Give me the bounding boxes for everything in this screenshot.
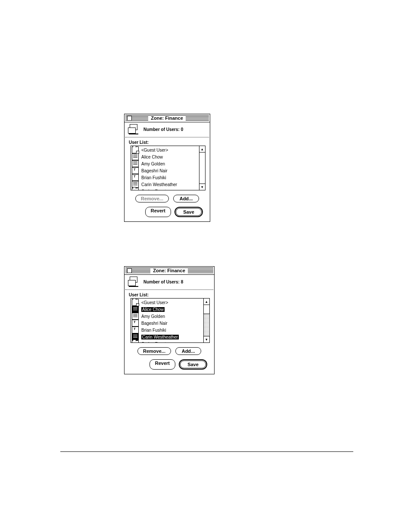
user-count-value: 8 xyxy=(181,280,184,284)
zone-icon xyxy=(128,277,140,287)
title-text-wrap: Zone: Finance xyxy=(132,115,202,121)
list-item-label: <Guest User> xyxy=(141,300,168,305)
list-item-label: Bageshri Nair xyxy=(141,168,168,173)
user-list-label: User List: xyxy=(125,137,210,146)
list-item[interactable]: Brian Fushiki xyxy=(131,327,203,333)
list-item[interactable]: Bageshri Nair xyxy=(131,320,203,327)
list-item-label: Carlos Fuentes xyxy=(141,342,171,343)
titlebar[interactable]: Zone: Finance xyxy=(125,267,214,275)
list-item[interactable]: Amy Golden xyxy=(131,313,203,320)
user-list-label: User List: xyxy=(125,290,214,298)
close-box[interactable] xyxy=(127,268,132,273)
scroll-up-button[interactable]: ▴ xyxy=(204,299,209,305)
folder-locked-icon xyxy=(132,188,139,190)
page-dark-icon xyxy=(132,306,139,313)
scroll-thumb[interactable] xyxy=(204,305,209,314)
remove-button[interactable]: Remove... xyxy=(135,195,169,202)
page-icon xyxy=(132,313,139,320)
window-buttons: Revert Save xyxy=(125,359,214,370)
user-count-line: Number of Users: 0 xyxy=(143,127,183,132)
page-t-icon xyxy=(132,320,139,327)
zone-window-2: Zone: Finance Number of Users: 8 User Li… xyxy=(124,266,215,374)
list-item[interactable]: Carlos Fuentes xyxy=(131,340,203,343)
list-item[interactable]: <Guest User> xyxy=(131,299,203,306)
list-item-label: Carin Westheather xyxy=(141,335,179,339)
save-button[interactable]: Save xyxy=(180,361,206,368)
list-item-label: Amy Golden xyxy=(141,314,165,319)
list-item[interactable]: Carlos Fuentes xyxy=(131,188,199,190)
title-text-wrap: Zone: Finance xyxy=(132,268,206,273)
user-count-label: Number of Users: xyxy=(143,127,180,132)
add-button[interactable]: Add... xyxy=(175,347,201,355)
list-item-label: Carlos Fuentes xyxy=(141,189,171,191)
page-t-icon xyxy=(132,327,139,333)
list-item[interactable]: Alice Chow xyxy=(131,153,199,160)
window-body: Number of Users: 8 User List: <Guest Use… xyxy=(125,275,214,370)
scroll-up-button[interactable]: ▴ xyxy=(199,146,205,152)
list-item[interactable]: Amy Golden xyxy=(131,160,199,167)
list-item-label: Carin Westheather xyxy=(141,182,177,187)
list-item-label: Alice Chow xyxy=(141,155,163,159)
add-button[interactable]: Add... xyxy=(173,195,199,202)
user-list[interactable]: <Guest User>Alice ChowAmy GoldenBageshri… xyxy=(131,298,204,343)
list-item[interactable]: Carin Westheather xyxy=(131,333,203,340)
zone-icon xyxy=(128,124,140,134)
page-rule xyxy=(60,451,353,452)
list-item-label: Brian Fushiki xyxy=(141,328,166,333)
info-row: Number of Users: 8 xyxy=(125,275,214,289)
list-item-label: Brian Fushiki xyxy=(141,175,166,180)
list-item[interactable]: Bageshri Nair xyxy=(131,167,199,174)
page-t-icon xyxy=(132,174,139,181)
window-title: Zone: Finance xyxy=(150,268,188,273)
info-row: Number of Users: 0 xyxy=(125,122,210,137)
folder-locked-icon xyxy=(132,340,139,343)
window-title: Zone: Finance xyxy=(148,115,186,121)
folder-locked-icon xyxy=(132,146,139,153)
list-item[interactable]: Carin Westheather xyxy=(131,181,199,188)
list-item[interactable]: Brian Fushiki xyxy=(131,174,199,181)
list-item[interactable]: <Guest User> xyxy=(131,146,199,153)
user-list-wrap: <Guest User>Alice ChowAmy GoldenBageshri… xyxy=(131,146,206,190)
user-count-line: Number of Users: 8 xyxy=(143,280,183,284)
list-item-label: Amy Golden xyxy=(141,162,165,166)
titlebar[interactable]: Zone: Finance xyxy=(125,114,210,122)
list-item-label: Alice Chow xyxy=(141,307,165,312)
list-buttons: Remove... Add... xyxy=(125,195,210,202)
revert-button[interactable]: Revert xyxy=(149,359,175,370)
revert-button[interactable]: Revert xyxy=(145,207,171,217)
page-icon xyxy=(132,153,139,160)
user-list[interactable]: <Guest User>Alice ChowAmy GoldenBageshri… xyxy=(131,146,199,190)
save-button[interactable]: Save xyxy=(176,208,202,216)
folder-locked-icon xyxy=(132,299,139,306)
remove-button[interactable]: Remove... xyxy=(137,347,171,355)
user-list-wrap: <Guest User>Alice ChowAmy GoldenBageshri… xyxy=(131,298,210,343)
list-item[interactable]: Alice Chow xyxy=(131,306,203,313)
list-buttons: Remove... Add... xyxy=(125,347,214,355)
window-body: Number of Users: 0 User List: <Guest Use… xyxy=(125,122,210,217)
window-buttons: Revert Save xyxy=(125,207,210,217)
scroll-track[interactable] xyxy=(204,305,209,336)
scroll-track[interactable] xyxy=(199,152,205,184)
list-item-label: <Guest User> xyxy=(141,148,168,152)
scrollbar[interactable]: ▴ ▾ xyxy=(199,146,206,190)
scroll-down-button[interactable]: ▾ xyxy=(199,184,205,190)
user-count-label: Number of Users: xyxy=(143,280,180,284)
user-count-value: 0 xyxy=(181,127,184,132)
page-t-icon xyxy=(132,167,139,174)
scrollbar[interactable]: ▴ ▾ xyxy=(204,298,210,343)
zone-window-1: Zone: Finance Number of Users: 0 User Li… xyxy=(124,114,210,222)
scroll-down-button[interactable]: ▾ xyxy=(204,336,209,342)
page-icon xyxy=(132,160,139,167)
close-box[interactable] xyxy=(127,116,132,121)
list-item-label: Bageshri Nair xyxy=(141,321,168,326)
page: Zone: Finance Number of Users: 0 User Li… xyxy=(0,0,411,532)
